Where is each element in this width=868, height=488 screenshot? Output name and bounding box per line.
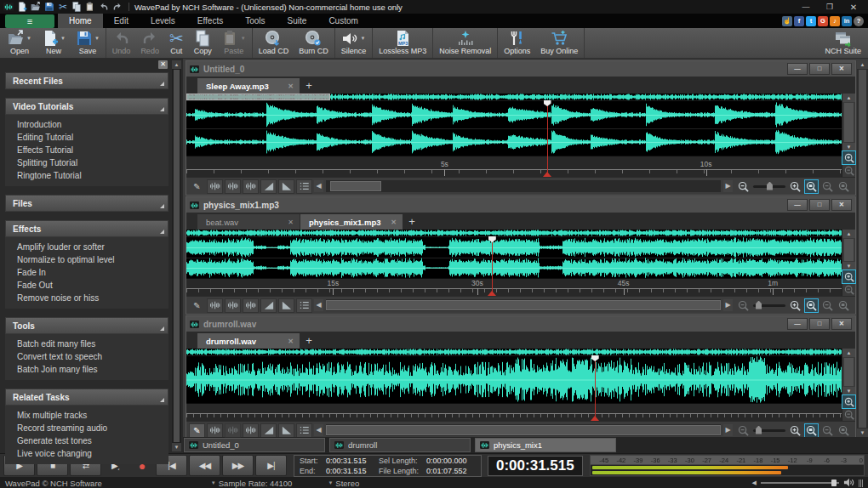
scrollbar-thumb[interactable]	[844, 103, 854, 142]
new-tab-button[interactable]: +	[403, 214, 420, 230]
file-tab[interactable]: Sleep Away.mp3✕	[197, 78, 300, 94]
channel-mode-value[interactable]: Stereo	[335, 479, 359, 488]
waveform-area[interactable]: 5s10s	[186, 94, 842, 177]
playback-cursor[interactable]	[547, 100, 548, 177]
wavepad-icon[interactable]	[3, 2, 14, 13]
scroll-right-icon[interactable]: ▶	[723, 180, 733, 192]
scroll-up-icon[interactable]: ▲	[172, 60, 181, 69]
wave-overwrite-button[interactable]	[225, 179, 241, 194]
zoom-in-button[interactable]	[789, 299, 802, 312]
speaker-icon[interactable]	[843, 477, 854, 488]
vertical-zoom-in-button[interactable]	[842, 395, 855, 408]
scroll-right-icon[interactable]: ▶	[723, 299, 733, 311]
googleplus-icon[interactable]: G	[818, 16, 828, 26]
buy-online-button[interactable]: Buy Online	[535, 28, 583, 58]
minimize-button[interactable]: —	[787, 63, 808, 75]
viewport-box[interactable]	[186, 94, 330, 100]
facebook-icon[interactable]: f	[794, 16, 804, 26]
taskbar-button-physics_mix1[interactable]: physics_mix1	[475, 438, 616, 452]
zoom-out-button[interactable]	[737, 299, 750, 312]
burn-cd-button[interactable]: Burn CD	[294, 28, 334, 58]
tab-close-icon[interactable]: ✕	[391, 218, 397, 226]
minimize-button[interactable]: —	[787, 199, 808, 211]
menu-tab-levels[interactable]: Levels	[140, 14, 186, 28]
expand-corner-icon[interactable]	[160, 107, 164, 111]
timeline-ruler[interactable]	[186, 403, 842, 421]
pencil-button[interactable]: ✎	[189, 423, 205, 438]
zoom-selection-button[interactable]	[805, 299, 818, 312]
scrollbar-thumb[interactable]	[326, 300, 721, 310]
scroll-left-icon[interactable]: ◀	[314, 299, 323, 311]
document-title-bar[interactable]: Untitled_0—□✕	[186, 61, 855, 77]
resize-grip[interactable]	[859, 479, 863, 487]
sidebar-link[interactable]: Splitting Tutorial	[5, 156, 168, 169]
fade-out-button[interactable]	[278, 298, 294, 313]
sidebar-link[interactable]: Fade Out	[5, 279, 168, 292]
nch-share-icon[interactable]: ♪	[830, 16, 840, 26]
file-tab[interactable]: beat.wav✕	[197, 214, 300, 230]
scroll-right-icon[interactable]: ▶	[723, 424, 733, 436]
zoom-all-button[interactable]	[837, 180, 850, 193]
sidebar-link[interactable]: Batch Join many files	[5, 363, 168, 376]
waveform-area[interactable]: 15s30s45s1m	[186, 230, 842, 296]
expand-corner-icon[interactable]	[160, 82, 164, 86]
sidebar-link[interactable]: Fade In	[5, 266, 168, 279]
vertical-zoom-out-button[interactable]	[842, 164, 855, 177]
sidebar-link[interactable]: Convert text to speech	[5, 350, 168, 363]
scrollbar-thumb[interactable]	[844, 358, 854, 386]
wave-overwrite-button[interactable]	[225, 298, 241, 313]
volume-slider-thumb[interactable]	[831, 479, 837, 486]
options-button[interactable]: Options	[499, 28, 535, 58]
sidebar-link[interactable]: Normalize to optimal level	[5, 253, 168, 266]
tab-close-icon[interactable]: ✕	[288, 338, 294, 345]
rewind-button[interactable]: ◀◀	[189, 455, 220, 476]
scroll-down-icon[interactable]: ▼	[842, 262, 855, 270]
file-tab[interactable]: physics_mix1.mp3✕	[300, 214, 403, 230]
vertical-zoom-out-button[interactable]	[842, 283, 855, 296]
dropdown-caret-icon[interactable]: ▼	[360, 36, 365, 41]
copy-button[interactable]: Copy	[189, 28, 217, 58]
file-new-icon[interactable]	[16, 2, 28, 13]
help-icon[interactable]: ?	[854, 16, 864, 26]
dropdown-caret-icon[interactable]: ▼	[241, 36, 246, 41]
zoom-full-button[interactable]	[821, 424, 834, 437]
section-header[interactable]: Effects	[5, 220, 168, 237]
scrollbar-thumb[interactable]	[859, 70, 866, 428]
scissors-icon[interactable]: ✂	[57, 2, 69, 13]
lossless-mp3-button[interactable]: MP3Lossless MP3	[374, 28, 431, 58]
sidebar-link[interactable]: Generate test tones	[5, 434, 168, 447]
sidebar-link[interactable]: Mix multiple tracks	[5, 409, 168, 422]
waveform-canvas[interactable]	[186, 356, 842, 403]
volume-down-icon[interactable]: ◀	[752, 479, 757, 486]
save-icon[interactable]	[43, 2, 55, 13]
fade-in-button[interactable]	[260, 179, 277, 194]
hamburger-menu-icon[interactable]: ≡	[5, 14, 54, 28]
zoom-slider-thumb[interactable]	[767, 182, 773, 190]
document-title-bar[interactable]: physics_mix1.mp3—□✕	[186, 197, 855, 213]
menu-tab-effects[interactable]: Effects	[186, 14, 234, 28]
waveform-area[interactable]	[186, 349, 842, 421]
minimize-button[interactable]: —	[787, 318, 808, 330]
restore-button[interactable]: ❐	[818, 1, 842, 14]
waveform-canvas[interactable]	[186, 237, 842, 278]
expand-corner-icon[interactable]	[160, 230, 164, 234]
volume-slider[interactable]	[761, 482, 839, 484]
section-header[interactable]: Video Tutorials	[5, 98, 168, 115]
file-tab[interactable]: drumroll.wav✕	[197, 333, 300, 349]
overview-strip[interactable]	[186, 230, 842, 237]
zoom-selection-button[interactable]	[805, 180, 818, 193]
sidebar-link[interactable]: Effects Tutorial	[5, 144, 168, 156]
pencil-button[interactable]: ✎	[189, 298, 205, 313]
pencil-button[interactable]: ✎	[189, 179, 205, 194]
wave-mix-button[interactable]	[243, 179, 259, 194]
expand-corner-icon[interactable]	[160, 398, 164, 402]
nch-suite-button[interactable]: NCH Suite	[819, 28, 866, 58]
noise-removal-button[interactable]: Noise Removal	[434, 28, 496, 58]
overview-strip[interactable]	[186, 349, 842, 356]
zoom-full-button[interactable]	[821, 299, 834, 312]
sidebar-scrollbar[interactable]: ▲ ▼	[172, 60, 181, 451]
new-tab-button[interactable]: +	[300, 333, 317, 349]
scroll-down-icon[interactable]: ▼	[172, 443, 181, 451]
tab-close-icon[interactable]: ✕	[288, 218, 294, 226]
sample-rate-value[interactable]: Sample Rate: 44100	[219, 479, 293, 488]
